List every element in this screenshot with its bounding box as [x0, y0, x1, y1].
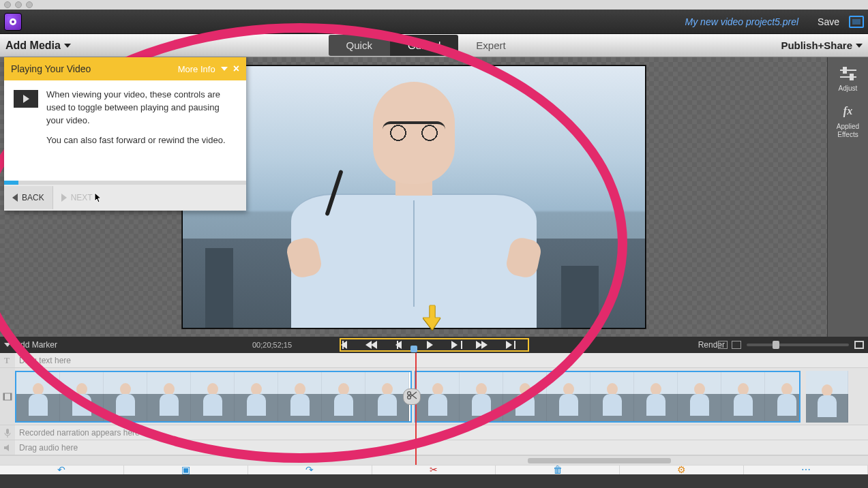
sliders-icon [839, 67, 858, 82]
bottom-action-strip: ↶ ▣ ↷ ✂ 🗑 ⚙ ⋯ [0, 465, 868, 474]
step-back-button[interactable] [397, 340, 408, 350]
timeline-zoom-slider[interactable] [747, 344, 849, 346]
clip-thumbnail [806, 371, 848, 423]
traffic-zoom[interactable] [26, 1, 33, 8]
narration-placeholder: Recorded narration appears here [19, 428, 140, 438]
bottom-action[interactable]: ✂ [372, 466, 496, 474]
bottom-action[interactable]: 🗑 [496, 466, 620, 474]
bottom-action[interactable]: ⚙ [620, 466, 744, 474]
svg-rect-2 [3, 393, 5, 400]
mode-bar: Add Media Quick Guided Expert Publish+Sh… [0, 34, 868, 57]
tab-guided[interactable]: Guided [390, 35, 458, 56]
app-title-bar: My new video project5.prel Save [0, 10, 868, 34]
chevron-down-icon[interactable] [221, 67, 228, 71]
annotation-arrow-down-icon [423, 304, 442, 334]
speaker-icon [3, 443, 12, 453]
clip-thumbnail [765, 372, 800, 421]
go-to-end-button[interactable] [506, 340, 517, 350]
audio-placeholder: Drag audio here [19, 443, 78, 453]
timeline-horizontal-scrollbar[interactable] [0, 455, 868, 465]
guided-tip-next-button[interactable]: NEXT [53, 185, 113, 211]
publish-share-label: Publish+Share [781, 40, 852, 51]
traffic-min[interactable] [15, 1, 22, 8]
clip-thumbnail [547, 372, 590, 421]
go-to-start-button[interactable] [342, 340, 353, 350]
svg-point-5 [408, 395, 411, 399]
timecode-display[interactable]: 00;20;52;15 [252, 341, 292, 349]
safe-margins-toggle[interactable] [854, 341, 864, 349]
video-track-gutter [0, 368, 15, 425]
playhead-handle[interactable] [410, 346, 417, 352]
save-button[interactable]: Save [818, 16, 839, 27]
close-icon[interactable]: × [233, 63, 239, 75]
applied-effects-label: Applied Effects [837, 123, 859, 138]
publish-share-button[interactable]: Publish+Share [781, 40, 863, 51]
video-clip[interactable] [415, 371, 800, 423]
guided-tip-text: You can also fast forward or rewind the … [46, 134, 237, 147]
play-icon [14, 90, 38, 108]
text-track-gutter: T [0, 353, 15, 367]
bottom-action[interactable]: ↶ [0, 466, 124, 474]
traffic-close[interactable] [4, 1, 11, 8]
clip-thumbnail [678, 372, 721, 421]
rewind-button[interactable] [370, 340, 380, 350]
tab-expert[interactable]: Expert [458, 35, 523, 56]
add-media-label: Add Media [5, 40, 61, 52]
guided-tip-back-label: BACK [22, 193, 44, 202]
bottom-action[interactable]: ▣ [124, 466, 248, 474]
view-mode-toggles[interactable] [718, 341, 741, 349]
add-media-button[interactable]: Add Media [5, 40, 71, 52]
svg-rect-6 [6, 429, 9, 434]
clip-thumbnail [322, 372, 365, 421]
microphone-icon [3, 428, 12, 438]
audio-track[interactable]: Drag audio here [0, 440, 868, 455]
split-clip-button[interactable] [403, 388, 421, 405]
text-track[interactable]: T Drag text here [0, 353, 868, 368]
guided-tip-more-info[interactable]: More Info [178, 64, 215, 74]
cursor-icon [94, 192, 102, 204]
bottom-action[interactable]: ↷ [248, 466, 372, 474]
marker-icon [4, 343, 11, 347]
filmstrip-icon [3, 392, 12, 401]
timeline-panel: T Drag text here [0, 353, 868, 465]
video-preview[interactable] [182, 65, 646, 329]
fast-forward-button[interactable] [479, 340, 490, 350]
clip-thumbnail [235, 372, 278, 421]
clip-thumbnail [191, 372, 235, 421]
tab-quick[interactable]: Quick [329, 35, 390, 56]
audio-track-gutter [0, 440, 15, 455]
project-filename: My new video project5.prel [685, 16, 799, 27]
narration-track[interactable]: Recorded narration appears here [0, 425, 868, 440]
more-icon: ⋯ [801, 464, 811, 475]
clip-thumbnail [460, 372, 503, 421]
clip-thumbnail [721, 372, 765, 421]
guided-tip-next-label: NEXT [71, 193, 93, 202]
adjust-label: Adjust [839, 85, 858, 92]
settings-icon: ⚙ [677, 464, 686, 475]
clip-thumbnail [16, 372, 60, 421]
scrollbar-thumb[interactable] [528, 458, 671, 463]
add-marker-button[interactable]: Add Marker [4, 340, 57, 350]
guided-tip-back-button[interactable]: BACK [4, 186, 53, 209]
clip-thumbnail [590, 372, 634, 421]
playhead-line [415, 353, 417, 465]
video-clip[interactable] [15, 371, 412, 423]
play-pause-button[interactable] [424, 340, 435, 350]
video-track[interactable] [0, 368, 868, 425]
mac-window-chrome [0, 0, 868, 10]
svg-text:T: T [4, 356, 10, 365]
svg-rect-3 [10, 393, 12, 400]
transport-bar: Add Marker 00;20;52;15 Render [0, 337, 868, 353]
preview-stage: Playing Your Video More Info × When view… [0, 57, 827, 337]
chevron-down-icon [64, 44, 71, 48]
step-forward-button[interactable] [451, 340, 462, 350]
bottom-action[interactable]: ⋯ [744, 466, 868, 474]
video-clip[interactable] [806, 371, 848, 423]
applied-effects-button[interactable]: fx Applied Effects [837, 105, 859, 139]
chevron-down-icon [856, 44, 863, 48]
redo-icon: ↷ [305, 464, 314, 475]
fullscreen-icon[interactable] [849, 16, 864, 28]
svg-point-4 [408, 391, 411, 395]
adjust-panel-button[interactable]: Adjust [839, 67, 858, 93]
clip-thumbnail [60, 372, 104, 421]
